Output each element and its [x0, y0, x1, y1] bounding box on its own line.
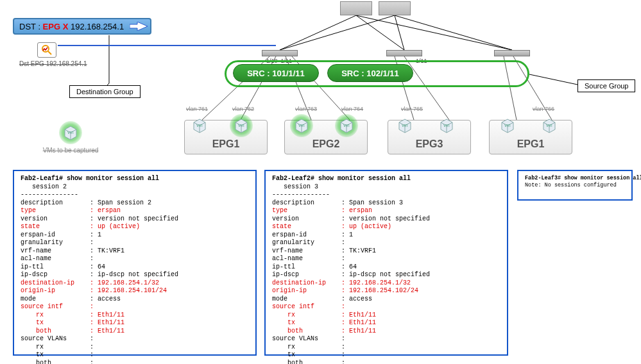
leaf-switch-101	[262, 50, 298, 56]
svg-line-4	[395, 15, 404, 50]
vm-icon	[338, 117, 355, 134]
svg-line-2	[356, 15, 512, 50]
term2-intf: rx : Eth1/11 tx : Eth1/11 both : Eth1/11	[272, 311, 376, 335]
dst-box: DST : EPG X 192.168.254.1	[13, 18, 151, 35]
terminal-leaf1: Fab2-Leaf1# show monitor session all ses…	[13, 170, 257, 356]
vm-icon	[438, 117, 455, 134]
analyzer-label: Dst EPG 192.168.254.1	[19, 60, 87, 67]
callout-source: Source Group	[577, 79, 635, 92]
vlan-764: vlan 764	[341, 106, 363, 112]
dst-prefix: DST :	[19, 22, 43, 31]
dst-epg: EPG X	[43, 22, 69, 31]
vm-icon	[191, 117, 208, 134]
callout-destination: Destination Group	[69, 85, 141, 98]
terminal-leaf3: Fab2-Leaf3# show monitor session all Not…	[517, 170, 633, 201]
arrow-icon	[130, 22, 148, 31]
vlan-766: vlan 766	[533, 106, 554, 112]
vlan-762: vlan 762	[232, 106, 254, 112]
term1-rows: description : Span session 2 type : ersp…	[21, 199, 178, 311]
dst-ip: 192.168.254.1	[68, 22, 124, 31]
vlan-763: vlan 763	[295, 106, 317, 112]
term1-tail: source VLANs : rx : tx : both : filter V…	[21, 335, 175, 364]
vm-icon	[541, 117, 558, 134]
term1-intf: rx : Eth1/11 tx : Eth1/11 both : Eth1/11	[21, 311, 124, 335]
terminal-leaf2: Fab2-Leaf2# show monitor session all ses…	[264, 170, 508, 356]
term2-rows: description : Span session 3 type : ersp…	[272, 199, 430, 311]
spine-switch-1	[340, 1, 372, 15]
svg-line-16	[48, 51, 51, 54]
svg-line-3	[280, 15, 395, 50]
vm-icon	[293, 117, 310, 134]
analyzer-icon	[37, 42, 56, 58]
leaf-switch-102	[386, 50, 422, 56]
src-pill-1: SRC : 101/1/11	[233, 64, 319, 82]
leaf-switch-103	[494, 50, 530, 56]
vm-icon	[397, 117, 413, 134]
vm-icon	[233, 117, 250, 134]
vlan-761: vlan 761	[186, 106, 208, 112]
src-pill-2: SRC : 102/1/11	[327, 64, 413, 82]
dst-link-line	[58, 45, 276, 46]
svg-line-14	[529, 74, 577, 85]
vm-icon	[499, 117, 516, 134]
svg-line-5	[395, 15, 512, 50]
term2-tail: source VLANs : rx : tx : both : filter V…	[272, 335, 426, 364]
svg-line-0	[280, 15, 356, 50]
svg-point-15	[42, 46, 49, 52]
spine-switch-2	[379, 1, 411, 15]
vlan-765: vlan 765	[401, 106, 423, 112]
legend-vm-captured: VMs to be captured	[32, 124, 109, 154]
